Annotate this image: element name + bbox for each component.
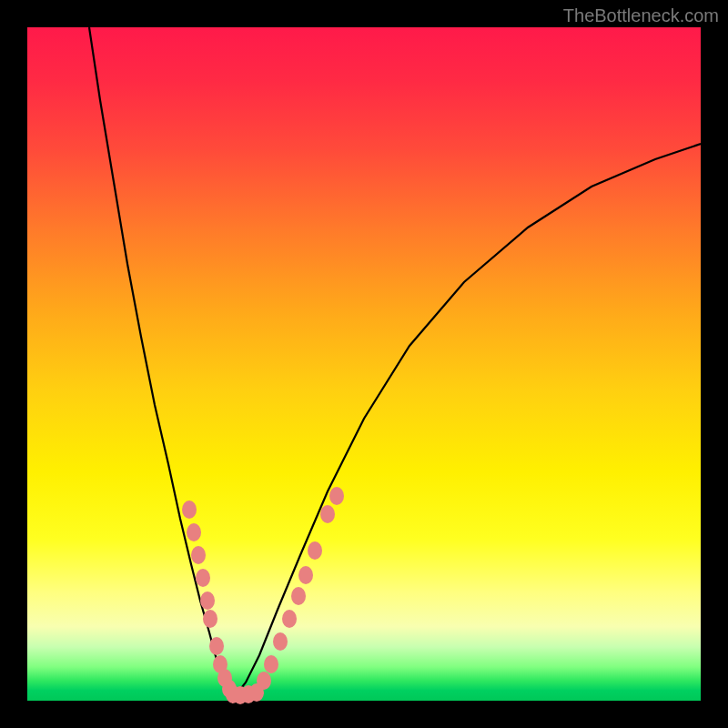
- plot-area: [27, 27, 701, 701]
- data-point: [298, 566, 313, 584]
- data-point: [196, 569, 210, 587]
- data-point: [308, 541, 322, 560]
- data-point: [320, 505, 335, 523]
- data-point: [329, 487, 344, 505]
- data-point: [182, 500, 197, 519]
- data-point: [264, 655, 278, 673]
- chart-container: TheBottleneck.com: [0, 0, 728, 728]
- data-point: [257, 672, 271, 690]
- data-point: [203, 610, 217, 628]
- watermark-text: TheBottleneck.com: [563, 5, 719, 26]
- data-point: [200, 592, 215, 610]
- data-point: [273, 632, 288, 651]
- data-point: [209, 637, 224, 655]
- data-point: [191, 546, 206, 564]
- right-branch-curve: [235, 144, 701, 696]
- data-point: [187, 523, 201, 541]
- data-point: [282, 610, 297, 628]
- data-point: [291, 587, 306, 605]
- curve-layer: [27, 27, 701, 701]
